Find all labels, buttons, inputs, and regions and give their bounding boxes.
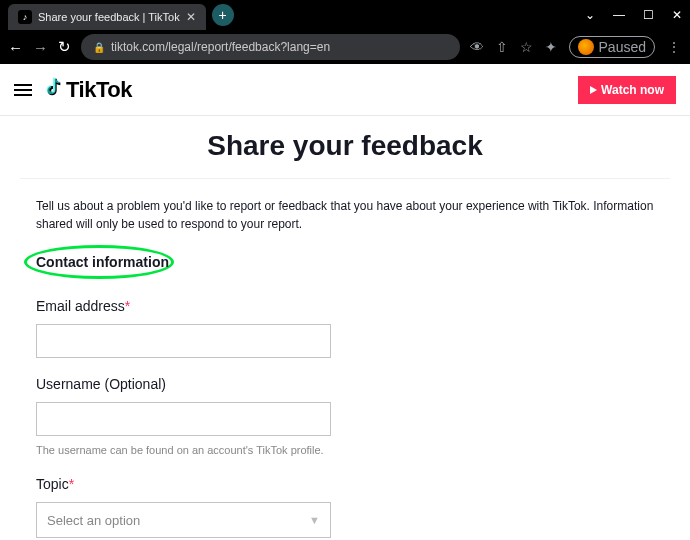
watch-label: Watch now: [601, 83, 664, 97]
tiktok-logo[interactable]: TikTok: [42, 76, 132, 103]
forward-icon[interactable]: →: [33, 39, 48, 56]
window-controls: ⌄ — ☐ ✕: [585, 8, 682, 22]
username-label: Username (Optional): [36, 376, 654, 392]
topic-placeholder: Select an option: [47, 513, 140, 528]
address-bar: ← → ↻ 🔒 tiktok.com/legal/report/feedback…: [0, 30, 690, 64]
chevron-down-icon[interactable]: ⌄: [585, 8, 595, 22]
chevron-down-icon: ▼: [309, 514, 320, 526]
email-label: Email address*: [36, 298, 654, 314]
username-field[interactable]: [36, 402, 331, 436]
play-icon: [590, 86, 597, 94]
extensions-icon[interactable]: ✦: [545, 39, 557, 55]
profile-paused-button[interactable]: Paused: [569, 36, 655, 58]
feedback-form: Tell us about a problem you'd like to re…: [20, 178, 670, 540]
maximize-icon[interactable]: ☐: [643, 8, 654, 22]
username-hint: The username can be found on an account'…: [36, 444, 654, 456]
url-text: tiktok.com/legal/report/feedback?lang=en: [111, 40, 330, 54]
eye-off-icon[interactable]: 👁: [470, 39, 484, 55]
hamburger-menu-icon[interactable]: [14, 84, 32, 96]
site-header: TikTok Watch now: [0, 64, 690, 116]
paused-label: Paused: [599, 39, 646, 55]
topic-label: Topic*: [36, 476, 654, 492]
page-content: TikTok Watch now Share your feedback Tel…: [0, 64, 690, 540]
close-window-icon[interactable]: ✕: [672, 8, 682, 22]
new-tab-button[interactable]: +: [212, 4, 234, 26]
browser-titlebar: ♪ Share your feedback | TikTok ✕ + ⌄ — ☐…: [0, 0, 690, 30]
close-icon[interactable]: ✕: [186, 10, 196, 24]
section-contact-heading: Contact information: [36, 254, 169, 270]
back-icon[interactable]: ←: [8, 39, 23, 56]
topic-select[interactable]: Select an option ▼: [36, 502, 331, 538]
minimize-icon[interactable]: —: [613, 8, 625, 22]
kebab-menu-icon[interactable]: ⋮: [667, 39, 682, 55]
email-field[interactable]: [36, 324, 331, 358]
avatar: [578, 39, 594, 55]
star-icon[interactable]: ☆: [520, 39, 533, 55]
share-icon[interactable]: ⇧: [496, 39, 508, 55]
tiktok-favicon-icon: ♪: [18, 10, 32, 24]
reload-icon[interactable]: ↻: [58, 38, 71, 56]
page-title: Share your feedback: [0, 130, 690, 162]
intro-text: Tell us about a problem you'd like to re…: [36, 197, 654, 233]
browser-tab[interactable]: ♪ Share your feedback | TikTok ✕: [8, 4, 206, 30]
music-note-icon: [42, 76, 64, 103]
lock-icon: 🔒: [93, 42, 105, 53]
watch-now-button[interactable]: Watch now: [578, 76, 676, 104]
main-content: Share your feedback Tell us about a prob…: [0, 116, 690, 540]
toolbar-right: 👁 ⇧ ☆ ✦ Paused ⋮: [470, 36, 682, 58]
tab-title: Share your feedback | TikTok: [38, 11, 180, 23]
url-input[interactable]: 🔒 tiktok.com/legal/report/feedback?lang=…: [81, 34, 460, 60]
tab-strip: ♪ Share your feedback | TikTok ✕ +: [8, 0, 234, 30]
brand-text: TikTok: [66, 77, 132, 103]
